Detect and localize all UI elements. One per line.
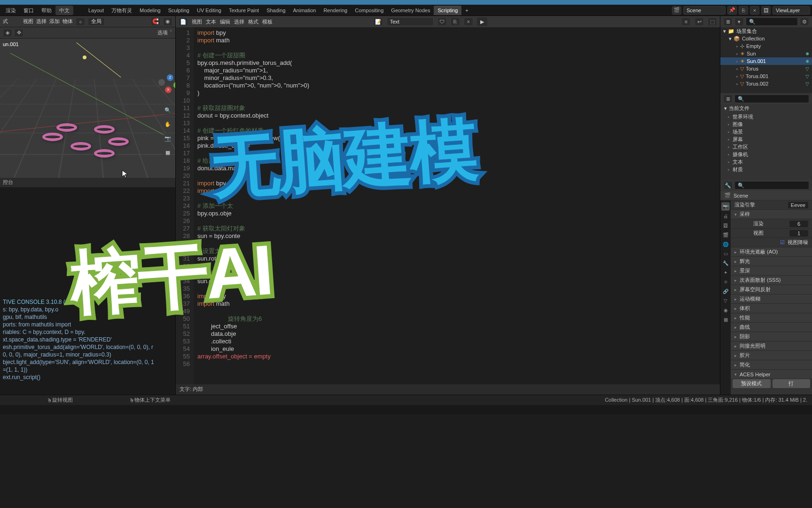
ws-uv[interactable]: UV Editing	[193, 6, 225, 15]
panel-header[interactable]: ▸简化	[731, 360, 812, 370]
tab-constraint[interactable]: 🔗	[721, 287, 730, 295]
orientation-icon[interactable]: ⟐	[76, 17, 85, 26]
ws-layout[interactable]: Layout	[85, 6, 108, 15]
tab-texture[interactable]: ▦	[721, 315, 730, 324]
render-engine-value[interactable]: Eevee	[788, 202, 808, 208]
panel-header[interactable]: ▸胶片	[731, 351, 812, 360]
file-item[interactable]: ▸文本	[720, 158, 812, 166]
scene-icon[interactable]: 🎬	[672, 6, 681, 15]
tab-output[interactable]: 🖨	[721, 212, 730, 220]
tab-modifier[interactable]: 🔧	[721, 259, 730, 267]
te-template[interactable]: 模板	[262, 18, 273, 25]
filter-icon[interactable]: ⚙	[800, 17, 809, 26]
te-text[interactable]: 文本	[206, 18, 216, 25]
viewlayer-field[interactable]: ViewLayer	[773, 6, 810, 15]
file-browser[interactable]: ▾当前文件 ▸世界环境▸图像▸场景▸屏幕▸工作区▸摄像机▸文本▸材质	[720, 104, 812, 180]
tab-data[interactable]: ▽	[721, 296, 730, 305]
text-icon[interactable]: 📝	[374, 17, 383, 26]
text-name-field[interactable]: Text	[387, 17, 434, 26]
panel-header[interactable]: ▸运动模糊	[731, 294, 812, 304]
menu-render[interactable]: 渲染	[2, 6, 20, 15]
ws-anim[interactable]: Animation	[289, 6, 320, 15]
tab-physics[interactable]: ⚛	[721, 278, 730, 286]
file-item[interactable]: ▸世界环境	[720, 113, 812, 120]
code-text[interactable]: import bpyimport math # 创建一个甜甜圈bpy.ops.m…	[194, 27, 313, 384]
tab-object[interactable]: ▭	[721, 249, 730, 258]
ws-render[interactable]: Rendering	[320, 6, 351, 15]
outliner-item[interactable]: ▸▽Torus▽	[720, 65, 812, 72]
tab-world[interactable]: 🌐	[721, 240, 730, 248]
open-button[interactable]: 打	[773, 379, 811, 388]
vp-mode[interactable]: 式	[3, 18, 8, 25]
file-item[interactable]: ▸屏幕	[720, 135, 812, 143]
wrap-icon[interactable]: ↩	[695, 17, 704, 26]
torus-object[interactable]	[94, 149, 115, 158]
te-edit[interactable]: 编辑	[220, 18, 230, 25]
panel-header[interactable]: ▸屏幕空间反射	[731, 285, 812, 294]
te-select[interactable]: 选择	[234, 18, 244, 25]
render-engine-row[interactable]: 渲染引擎 Eevee	[731, 200, 812, 210]
current-file[interactable]: ▾当前文件	[720, 104, 812, 112]
torus-object[interactable]	[56, 123, 77, 132]
aces-panel[interactable]: ▾ACES Helper	[731, 370, 812, 379]
scene-new[interactable]: ⎘	[739, 6, 748, 15]
outliner[interactable]: ▾📁场景集合 ▾📦Collection ▸⊹Empty▸☀Sun✹▸☀Sun.0…	[720, 27, 812, 93]
ws-add[interactable]: +	[461, 6, 472, 15]
panel-field[interactable]: 渲染6	[731, 219, 812, 229]
menu-help[interactable]: 帮助	[38, 6, 55, 15]
vp-select[interactable]: 选择	[36, 18, 47, 25]
camera-icon[interactable]: 📷	[162, 133, 173, 144]
code-area[interactable]: 1234567891011121314151617181920212223242…	[176, 27, 720, 384]
ws-comp[interactable]: Compositing	[351, 6, 387, 15]
options-label[interactable]: 选项	[157, 29, 168, 36]
prop-edit-icon[interactable]: ◉	[163, 17, 172, 26]
torus-object[interactable]	[108, 137, 129, 146]
vp-add[interactable]: 添加	[49, 18, 60, 25]
scene-pin[interactable]: 📌	[727, 6, 737, 15]
outliner-root[interactable]: ▾📁场景集合	[720, 27, 812, 35]
viewlayer-icon[interactable]: 🖼	[761, 6, 771, 15]
ws-geonodes[interactable]: Geometry Nodes	[387, 6, 434, 15]
outliner-item[interactable]: ▸▽Torus.002▽	[720, 80, 812, 87]
vp-object[interactable]: 物体	[62, 18, 73, 25]
panel-header[interactable]: ▸阴影	[731, 332, 812, 341]
lang-toggle[interactable]: 中文	[55, 6, 73, 15]
file-item[interactable]: ▸摄像机	[720, 151, 812, 158]
scene-del[interactable]: ×	[750, 6, 759, 15]
panel-header[interactable]: ▾采样	[731, 210, 812, 219]
new-icon[interactable]: ⎘	[451, 17, 460, 26]
props-type-icon[interactable]: 🔧	[723, 181, 733, 190]
torus-object[interactable]	[94, 125, 115, 134]
world-search[interactable]: 🔍	[734, 95, 809, 103]
ws-scripting[interactable]: Scripting	[434, 6, 461, 15]
file-item[interactable]: ▸材质	[720, 166, 812, 173]
persp-icon[interactable]: ▦	[162, 147, 173, 158]
sun-icon[interactable]	[83, 56, 86, 59]
file-item[interactable]: ▸场景	[720, 128, 812, 135]
python-console[interactable]: TIVE CONSOLE 3.10.8 (main, O s: bpy, bpy…	[0, 187, 175, 395]
panel-header[interactable]: ▸次表面散射 (SSS)	[731, 276, 812, 285]
ws-texpaint[interactable]: Texture Paint	[225, 6, 263, 15]
torus-object[interactable]	[42, 133, 63, 141]
run-script-button[interactable]: ▶	[477, 17, 487, 26]
panel-field[interactable]: ☑视图降噪	[731, 238, 812, 247]
display-mode-icon[interactable]: ▾	[734, 17, 744, 26]
panel-header[interactable]: ▸辉光	[731, 257, 812, 266]
outliner-item[interactable]: ▸▽Torus.001▽	[720, 72, 812, 80]
panel-header[interactable]: ▸间接光照明	[731, 341, 812, 351]
tab-viewlayer[interactable]: 🖼	[721, 221, 730, 230]
panel-header[interactable]: ▸景深	[731, 266, 812, 276]
outliner-item[interactable]: ▸☀Sun.001✹	[720, 57, 812, 65]
torus-object[interactable]	[70, 142, 91, 151]
ws-shading[interactable]: Shading	[263, 6, 289, 15]
props-search[interactable]: 🔍	[734, 181, 809, 190]
pivot-field[interactable]: 全局	[88, 17, 105, 26]
unlink-icon[interactable]: ×	[464, 17, 473, 26]
shield-icon[interactable]: 🛡	[437, 17, 447, 26]
ws-modeling[interactable]: Modeling	[136, 6, 164, 15]
scene-field[interactable]: Scene	[683, 6, 726, 15]
3d-viewport[interactable]: un.001 Z Y X 🔍 ✋ 📷 ▦	[0, 39, 175, 178]
editor-type-icon[interactable]: 📄	[179, 17, 188, 26]
tab-material[interactable]: ◉	[721, 306, 730, 314]
te-view[interactable]: 视图	[192, 18, 202, 25]
